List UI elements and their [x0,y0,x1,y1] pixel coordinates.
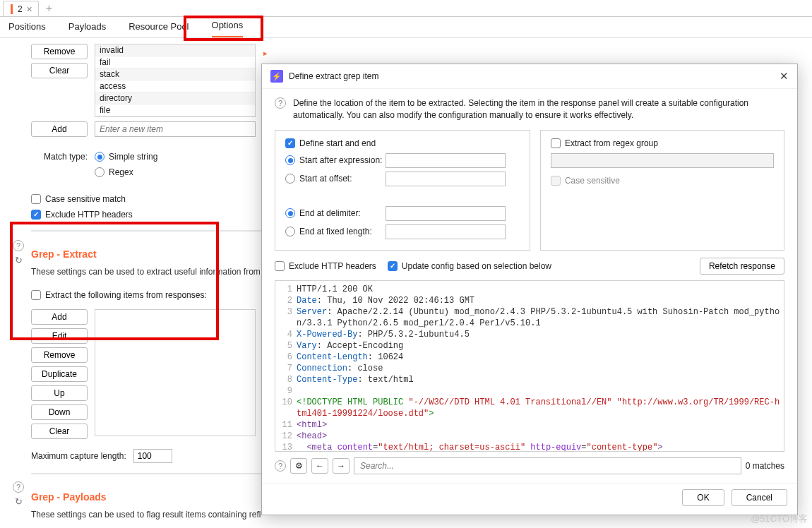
match-items-list[interactable]: invalid fail stack access directory file [95,44,256,117]
dialog-title: Define extract grep item [289,71,378,81]
response-line[interactable]: 4X-Powered-By: PHP/5.3.2-1ubuntu4.5 [275,329,784,340]
help-icon[interactable]: ? [275,460,286,472]
radio-label: Regex [109,167,133,177]
list-item[interactable]: fail [95,56,255,68]
cfg-label: Start after expression: [299,155,386,165]
start-after-expr-input[interactable] [386,153,506,168]
checkbox-define-start-end[interactable] [285,138,295,148]
ok-button[interactable]: OK [682,489,724,506]
prev-icon[interactable]: ← [311,458,328,474]
list-item[interactable]: file [95,104,255,116]
remove-button[interactable]: Remove [31,44,88,59]
checkbox-case-sensitive-regex [551,176,561,186]
checkbox-exclude-http[interactable] [31,210,41,220]
checkbox-update-config[interactable] [388,261,398,271]
define-extract-dialog: ⚡ Define extract grep item ✕ ? Define th… [261,64,798,515]
help-icon[interactable]: ? [13,240,24,251]
window-tab[interactable]: 2 ✕ [3,1,39,16]
add-tab-button[interactable]: + [42,4,56,13]
response-line[interactable]: 2Date: Thu, 10 Nov 2022 02:46:13 GMT [275,295,784,306]
response-panel[interactable]: 1HTTP/1.1 200 OK2Date: Thu, 10 Nov 2022 … [275,280,784,452]
response-line[interactable]: 6Content-Length: 10624 [275,352,784,363]
tab-positions[interactable]: Positions [8,17,46,37]
radio-start-at-offset[interactable] [285,174,295,184]
extract-edit-button[interactable]: Edit [31,328,88,344]
checkbox-exclude-http-dlg[interactable] [275,261,285,271]
new-item-input[interactable] [95,121,256,137]
close-icon[interactable]: ✕ [26,5,32,14]
response-line[interactable]: 3Server: Apache/2.2.14 (Ubuntu) mod_mono… [275,306,784,329]
extract-clear-button[interactable]: Clear [31,424,88,439]
bolt-icon: ⚡ [270,70,283,83]
extract-duplicate-button[interactable]: Duplicate [31,366,88,382]
next-icon[interactable]: → [333,458,350,474]
checkbox-case-sensitive[interactable] [31,194,41,204]
extract-add-button[interactable]: Add [31,309,88,325]
response-line[interactable]: 12<head> [275,431,784,442]
search-input[interactable] [354,457,741,474]
help-icon[interactable]: ? [275,97,286,109]
dialog-header: ⚡ Define extract grep item ✕ [262,64,797,89]
tab-payloads[interactable]: Payloads [68,17,106,37]
list-item[interactable]: access [95,80,255,92]
refresh-icon[interactable]: ↻ [13,496,24,507]
grep-match-row: Remove Clear invalid fail stack access d… [31,44,285,117]
gear-icon[interactable]: ⚙ [290,458,307,474]
tab-resource-pool[interactable]: Resource Pool [129,17,189,37]
cfg-label: End at delimiter: [299,208,386,218]
watermark: @51CTO博客 [751,512,808,525]
max-capture-input[interactable] [133,449,172,463]
response-line[interactable]: 9 [275,385,784,397]
add-button[interactable]: Add [31,121,88,137]
list-item[interactable]: directory [95,92,255,104]
response-line[interactable]: 8Content-Type: text/html [275,374,784,385]
grep-payloads-title: Grep - Payloads [31,491,285,503]
help-icon[interactable]: ? [13,481,24,493]
radio-end-at-delimiter[interactable] [285,208,295,218]
checkbox-extract-items[interactable] [31,290,41,300]
grep-payloads-desc: These settings can be used to flag resul… [31,510,285,520]
response-line[interactable]: 7Connection: close [275,363,784,374]
regex-input [551,153,774,168]
checkbox-label: Extract the following items from respons… [45,290,207,300]
response-line[interactable]: 10<!DOCTYPE HTML PUBLIC "-//W3C//DTD HTM… [275,397,784,419]
extract-remove-button[interactable]: Remove [31,347,88,363]
grep-extract-desc: These settings can be used to extract us… [31,267,285,277]
tab-options[interactable]: Options [212,16,244,37]
clear-button[interactable]: Clear [31,63,88,78]
extract-up-button[interactable]: Up [31,385,88,401]
extract-down-button[interactable]: Down [31,404,88,420]
matches-count: 0 matches [746,461,784,471]
list-item[interactable]: stack [95,68,255,80]
refresh-icon[interactable]: ↻ [13,254,24,265]
radio-simple-string[interactable] [95,152,105,162]
cfg-label: End at fixed length: [299,227,386,236]
cfg-label: Start at offset: [299,174,386,184]
extract-items-list[interactable] [95,309,256,436]
cancel-button[interactable]: Cancel [732,489,787,506]
response-line[interactable]: 1HTTP/1.1 200 OK [275,284,784,295]
match-type-label: Match type: [31,152,88,162]
radio-label: Simple string [109,152,157,162]
refetch-button[interactable]: Refetch response [700,258,784,275]
radio-end-at-fixed[interactable] [285,227,295,236]
response-line[interactable]: 11<html> [275,419,784,431]
checkbox-extract-regex[interactable] [551,138,561,148]
list-item[interactable]: invalid [95,44,255,56]
checkbox-label: Define start and end [299,138,376,148]
radio-start-after-expr[interactable] [285,155,295,165]
response-line[interactable]: 5Vary: Accept-Encoding [275,340,784,352]
checkbox-label: Extract from regex group [565,138,658,148]
end-at-fixed-input[interactable] [386,224,506,239]
tab-label: 2 [18,4,23,14]
close-icon[interactable]: ✕ [780,70,789,83]
response-line[interactable]: 13 <meta content="text/html; charset=us-… [275,442,784,452]
dialog-desc: Define the location of the item to be ex… [293,97,784,121]
end-at-delimiter-input[interactable] [386,206,506,221]
start-at-offset-input[interactable] [386,172,506,186]
window-tabs: 2 ✕ + [0,0,812,17]
radio-regex[interactable] [95,167,105,177]
checkbox-label: Case sensitive [565,176,620,186]
checkbox-label: Case sensitive match [45,194,126,204]
checkbox-label: Exclude HTTP headers [45,210,133,220]
